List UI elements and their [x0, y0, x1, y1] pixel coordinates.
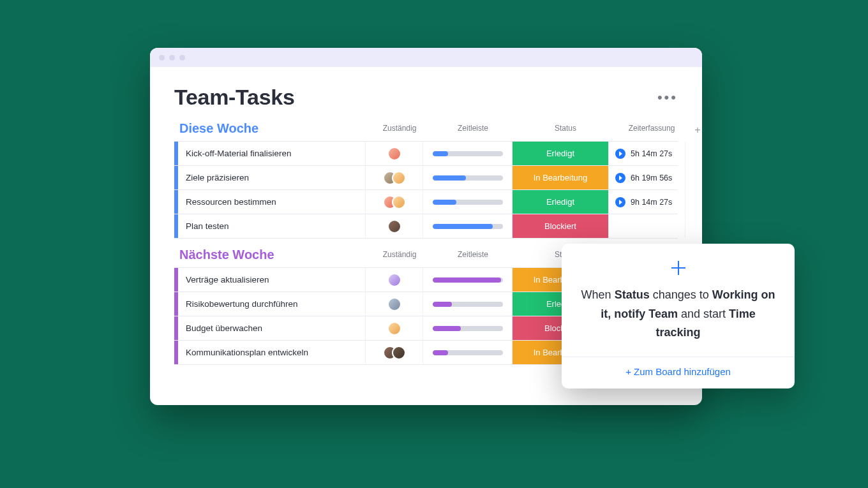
- owners-cell[interactable]: [366, 214, 423, 238]
- add-to-board-button[interactable]: + Zum Board hinzufügen: [578, 366, 778, 377]
- extra-cell: [685, 214, 700, 238]
- board-title: Team-Tasks: [174, 85, 295, 110]
- avatar[interactable]: [387, 219, 401, 233]
- timeline-cell[interactable]: [423, 190, 513, 214]
- time-value: 6h 19m 56s: [631, 174, 672, 182]
- column-header-timeline[interactable]: Zeitleiste: [428, 124, 518, 137]
- column-header-owner[interactable]: Zuständig: [371, 124, 428, 137]
- owners-cell[interactable]: [366, 316, 423, 340]
- timeline-cell[interactable]: [423, 166, 513, 189]
- task-row[interactable]: Kick-off-Material finalisieren Erledigt …: [174, 142, 678, 166]
- avatar[interactable]: [387, 147, 401, 161]
- traffic-dot[interactable]: [169, 55, 175, 61]
- avatar[interactable]: [392, 171, 406, 185]
- row-accent: [174, 341, 178, 364]
- timeline-cell[interactable]: [423, 214, 513, 238]
- traffic-dot[interactable]: [159, 55, 165, 61]
- task-name[interactable]: Risikobewertung durchführen: [179, 292, 366, 316]
- status-cell[interactable]: Erledigt: [513, 142, 608, 165]
- time-tracking-cell[interactable]: 5h 14m 27s: [608, 142, 685, 165]
- avatar[interactable]: [392, 195, 406, 209]
- time-value: 5h 14m 27s: [631, 149, 672, 158]
- task-name[interactable]: Budget überwachen: [179, 316, 366, 340]
- play-icon[interactable]: [615, 173, 625, 183]
- task-name[interactable]: Verträge aktualisieren: [179, 268, 366, 292]
- status-cell[interactable]: Blockiert: [513, 214, 608, 238]
- timeline-cell[interactable]: [423, 316, 513, 340]
- time-tracking-cell[interactable]: [608, 214, 685, 238]
- task-name[interactable]: Plan testen: [179, 214, 366, 238]
- row-accent: [174, 190, 178, 214]
- row-accent: [174, 166, 178, 189]
- task-group: Diese Woche Zuständig Zeitleiste Status …: [174, 121, 678, 239]
- row-accent: [174, 142, 178, 165]
- divider: [562, 357, 795, 357]
- task-name[interactable]: Ressourcen bestimmen: [179, 190, 366, 214]
- timeline-cell[interactable]: [423, 142, 513, 165]
- time-value: 9h 14m 27s: [631, 198, 672, 207]
- more-menu-button[interactable]: •••: [657, 89, 678, 106]
- avatar[interactable]: [387, 273, 401, 287]
- column-header-timeline[interactable]: Zeitleiste: [428, 250, 518, 263]
- plus-icon: [578, 259, 778, 277]
- row-accent: [174, 214, 178, 238]
- task-name[interactable]: Kick-off-Material finalisieren: [179, 142, 366, 165]
- task-name[interactable]: Ziele präzisieren: [179, 166, 366, 189]
- task-row[interactable]: Ziele präzisieren In Bearbeitung 6h 19m …: [174, 166, 678, 190]
- owners-cell[interactable]: [366, 341, 423, 364]
- time-tracking-cell[interactable]: 6h 19m 56s: [608, 166, 685, 189]
- time-tracking-cell[interactable]: 9h 14m 27s: [608, 190, 685, 214]
- owners-cell[interactable]: [366, 166, 423, 189]
- task-row[interactable]: Ressourcen bestimmen Erledigt 9h 14m 27s: [174, 190, 678, 214]
- owners-cell[interactable]: [366, 268, 423, 292]
- row-accent: [174, 316, 178, 340]
- window-titlebar: [150, 48, 702, 67]
- extra-cell: [685, 166, 700, 189]
- owners-cell[interactable]: [366, 190, 423, 214]
- task-name[interactable]: Kommunikationsplan entwickeln: [179, 341, 366, 364]
- row-accent: [174, 292, 178, 316]
- extra-cell: [685, 190, 700, 214]
- timeline-cell[interactable]: [423, 341, 513, 364]
- automation-description: When Status changes to Working on it, no…: [578, 286, 778, 343]
- group-title[interactable]: Nächste Woche: [179, 248, 371, 265]
- column-header-status[interactable]: Status: [518, 124, 613, 137]
- row-accent: [174, 268, 178, 292]
- owners-cell[interactable]: [366, 142, 423, 165]
- timeline-cell[interactable]: [423, 268, 513, 292]
- play-icon[interactable]: [615, 197, 625, 207]
- group-title[interactable]: Diese Woche: [179, 121, 371, 138]
- owners-cell[interactable]: [366, 292, 423, 316]
- window-traffic-lights: [159, 55, 185, 61]
- task-row[interactable]: Plan testen Blockiert: [174, 214, 678, 239]
- add-column-button[interactable]: +: [690, 124, 702, 136]
- column-header-time-tracking[interactable]: Zeiterfassung: [613, 124, 690, 137]
- avatar[interactable]: [392, 346, 406, 360]
- column-header-owner[interactable]: Zuständig: [371, 250, 428, 263]
- extra-cell: [685, 142, 700, 165]
- avatar[interactable]: [387, 297, 401, 311]
- timeline-cell[interactable]: [423, 292, 513, 316]
- avatar[interactable]: [387, 322, 401, 336]
- traffic-dot[interactable]: [179, 55, 185, 61]
- automation-popup: When Status changes to Working on it, no…: [562, 244, 795, 388]
- status-cell[interactable]: In Bearbeitung: [513, 166, 608, 189]
- play-icon[interactable]: [615, 149, 625, 159]
- status-cell[interactable]: Erledigt: [513, 190, 608, 214]
